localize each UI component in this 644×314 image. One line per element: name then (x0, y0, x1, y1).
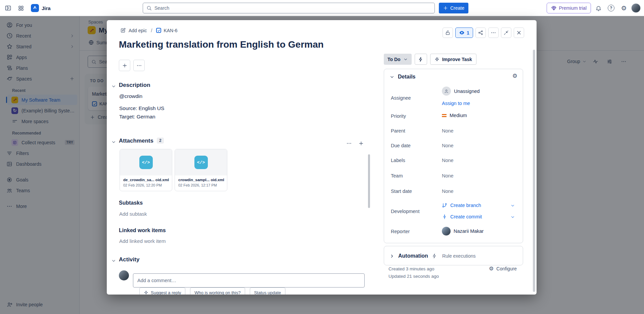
who-is-working-chip[interactable]: Who is working on this? (190, 287, 245, 295)
attachments-count-badge: 2 (157, 138, 164, 144)
user-avatar[interactable] (631, 3, 641, 13)
assign-to-me-link[interactable]: Assign to me (442, 101, 470, 106)
rule-executions-link[interactable]: Rule executions (442, 253, 476, 259)
automation-panel: Automation Rule executions (384, 246, 523, 265)
xml-file-icon: </> (139, 156, 153, 169)
add-epic-button[interactable]: Add epic (120, 28, 147, 33)
subtasks-heading: Subtasks (119, 200, 143, 206)
add-content-button[interactable] (119, 60, 130, 71)
notifications-bell-icon[interactable] (593, 3, 604, 13)
edit-icon (120, 28, 126, 33)
created-timestamp: Created 3 minutes ago (388, 266, 434, 271)
assignee-label: Assignee (391, 95, 411, 101)
improve-task-button[interactable]: Improve Task (430, 54, 476, 65)
attachments-more-icon[interactable] (344, 138, 354, 148)
content-scrollbar[interactable] (368, 154, 370, 208)
work-item-title[interactable]: Marketing translation from English to Ge… (119, 39, 374, 50)
attachment-date: 02 Feb 2026, 12:20 PM (123, 183, 169, 187)
team-value[interactable]: None (442, 173, 454, 178)
global-search[interactable] (143, 3, 435, 13)
create-button-label: Create (450, 5, 464, 11)
gear-icon: ⚙ (489, 266, 494, 271)
branch-options-chevron-icon[interactable] (510, 203, 515, 208)
chip-label: Status update (254, 290, 281, 295)
status-dropdown[interactable]: To Do (384, 54, 412, 65)
description-source: Source: English US (119, 105, 164, 111)
priority-label: Priority (391, 113, 406, 119)
start-date-value[interactable]: None (442, 189, 454, 194)
attachment-card[interactable]: </> de_crowdin_sa... oid.xml 02 Feb 2026… (120, 149, 172, 191)
attachments-add-icon[interactable] (356, 138, 366, 148)
work-item-modal: Add epic / KAN-6 1 Marketing translation… (107, 20, 537, 295)
premium-trial-label: Premium trial (559, 5, 587, 11)
details-settings-icon[interactable]: ⚙ (512, 73, 517, 79)
attachments-heading: Attachments2 (119, 138, 164, 144)
lightning-icon (432, 253, 437, 259)
work-item-key[interactable]: KAN-6 (156, 28, 177, 33)
chip-label: Who is working on this? (194, 290, 240, 295)
ai-star-icon (434, 57, 440, 62)
add-linked-work-item-field[interactable]: Add linked work item (119, 238, 166, 244)
automation-lightning-button[interactable] (415, 54, 427, 65)
labels-value[interactable]: None (442, 158, 454, 163)
collapse-attachments-icon[interactable] (111, 140, 116, 145)
app-title: Jira (42, 5, 51, 11)
ai-sparkle-icon (144, 290, 148, 295)
work-item-key-label: KAN-6 (164, 28, 177, 33)
due-date-label: Due date (391, 143, 411, 148)
status-update-chip[interactable]: Status update (250, 287, 285, 295)
reporter-value[interactable]: Nazarii Makar (442, 227, 484, 235)
parent-label: Parent (391, 128, 405, 134)
updated-timestamp: Updated 21 seconds ago (388, 274, 439, 279)
create-button[interactable]: Create (439, 3, 468, 13)
parent-value[interactable]: None (442, 128, 454, 134)
configure-button[interactable]: ⚙ Configure (489, 266, 517, 271)
top-navigation-bar: Jira Create Premium trial ? ⚙ (0, 0, 644, 16)
due-date-value[interactable]: None (442, 143, 454, 148)
more-toolbar-icon[interactable] (133, 60, 145, 71)
labels-label: Labels (391, 158, 405, 163)
details-panel: Details ⚙ Assignee Unassigned Assign to … (384, 69, 523, 243)
unassigned-avatar-icon (442, 87, 451, 96)
reporter-label: Reporter (391, 229, 410, 234)
jira-logo[interactable]: Jira (31, 4, 51, 12)
development-label: Development (391, 209, 419, 214)
jira-logo-icon (31, 4, 39, 12)
help-icon[interactable]: ? (606, 3, 616, 13)
commit-options-chevron-icon[interactable] (510, 215, 515, 219)
start-date-label: Start date (391, 189, 412, 194)
expand-automation-icon[interactable] (389, 254, 395, 259)
settings-gear-icon[interactable]: ⚙ (618, 3, 629, 13)
premium-trial-button[interactable]: Premium trial (547, 3, 591, 13)
modal-scrollbar[interactable] (533, 50, 535, 292)
create-branch-link[interactable]: Create branch (442, 203, 481, 208)
create-commit-link[interactable]: Create commit (442, 214, 482, 219)
status-label: To Do (387, 57, 401, 62)
task-type-icon (156, 28, 161, 33)
assignee-value[interactable]: Unassigned (442, 87, 480, 96)
collapse-details-icon[interactable] (389, 74, 395, 80)
priority-value[interactable]: Medium (442, 113, 467, 118)
xml-file-icon: </> (194, 156, 208, 169)
priority-medium-icon (442, 114, 447, 117)
add-subtask-field[interactable]: Add subtask (119, 211, 147, 217)
comment-input[interactable] (137, 278, 360, 283)
app-switcher-icon[interactable] (15, 3, 26, 13)
attachment-filename: crowdin_sampl... oid.xml (178, 178, 224, 182)
search-input[interactable] (154, 5, 431, 11)
gem-icon (551, 5, 557, 11)
comment-author-avatar (119, 270, 129, 280)
search-icon (146, 5, 152, 11)
activity-heading: Activity (119, 256, 139, 263)
collapse-activity-icon[interactable] (111, 258, 116, 263)
details-heading: Details (398, 74, 415, 80)
attachment-card[interactable]: </> crowdin_sampl... oid.xml 02 Feb 2026… (175, 149, 227, 191)
suggest-reply-chip[interactable]: Suggest a reply (139, 287, 185, 295)
comment-box[interactable] (133, 273, 365, 287)
reporter-avatar (442, 227, 451, 235)
branch-icon (442, 203, 447, 208)
description-mention[interactable]: @crowdin (119, 93, 142, 99)
attachment-filename: de_crowdin_sa... oid.xml (123, 178, 169, 182)
collapse-sidebar-icon[interactable] (3, 3, 13, 13)
collapse-description-icon[interactable] (111, 84, 116, 89)
